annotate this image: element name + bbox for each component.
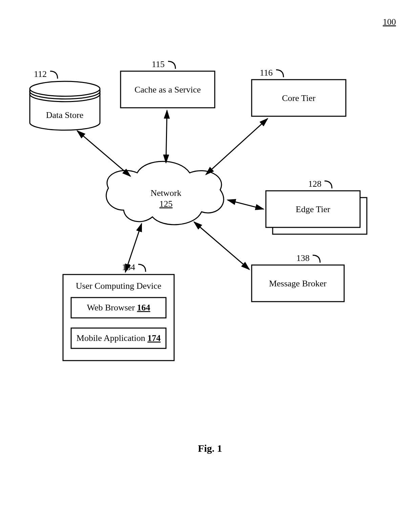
message-broker-node: 138 Message Broker (252, 253, 344, 302)
edge-tier-node: 128 Edge Tier (266, 179, 367, 234)
cache-node: 115 Cache as a Service (121, 59, 215, 108)
web-browser-label: Web Browser 164 (87, 303, 150, 312)
data-store-node: 112 Data Store (30, 69, 100, 130)
callout-hook-icon (50, 71, 58, 79)
cache-ref: 115 (152, 59, 165, 69)
callout-hook-icon (138, 264, 146, 272)
callout-hook-icon (168, 61, 175, 69)
mobile-app-label: Mobile Application 174 (77, 333, 161, 343)
figure-caption: Fig. 1 (198, 443, 222, 454)
connector-core-network (206, 119, 268, 175)
core-tier-ref: 116 (260, 68, 273, 78)
callout-hook-icon (276, 70, 284, 77)
connector-cache-network (166, 110, 167, 163)
network-ref: 125 (160, 199, 173, 209)
core-tier-node: 116 Core Tier (252, 68, 346, 116)
data-store-ref: 112 (34, 69, 47, 79)
core-tier-label: Core Tier (282, 93, 316, 103)
edge-tier-ref: 128 (308, 179, 321, 189)
connector-edge-network (228, 200, 264, 209)
edge-tier-label: Edge Tier (296, 204, 330, 214)
network-label: Network (151, 188, 182, 198)
user-device-label: User Computing Device (76, 281, 162, 291)
message-broker-ref: 138 (296, 253, 310, 263)
connector-datastore-network (77, 131, 130, 176)
callout-hook-icon (313, 255, 320, 263)
cache-label: Cache as a Service (134, 85, 201, 95)
data-store-label: Data Store (46, 110, 83, 120)
figure-number: 100 (383, 17, 396, 27)
diagram-page: 100 112 Data Store 115 Cache as a Servic… (0, 0, 420, 528)
svg-point-4 (30, 81, 100, 96)
user-device-node: 154 User Computing Device Web Browser 16… (63, 262, 174, 361)
message-broker-label: Message Broker (269, 279, 327, 288)
connector-broker-network (194, 222, 249, 269)
callout-hook-icon (324, 181, 332, 188)
